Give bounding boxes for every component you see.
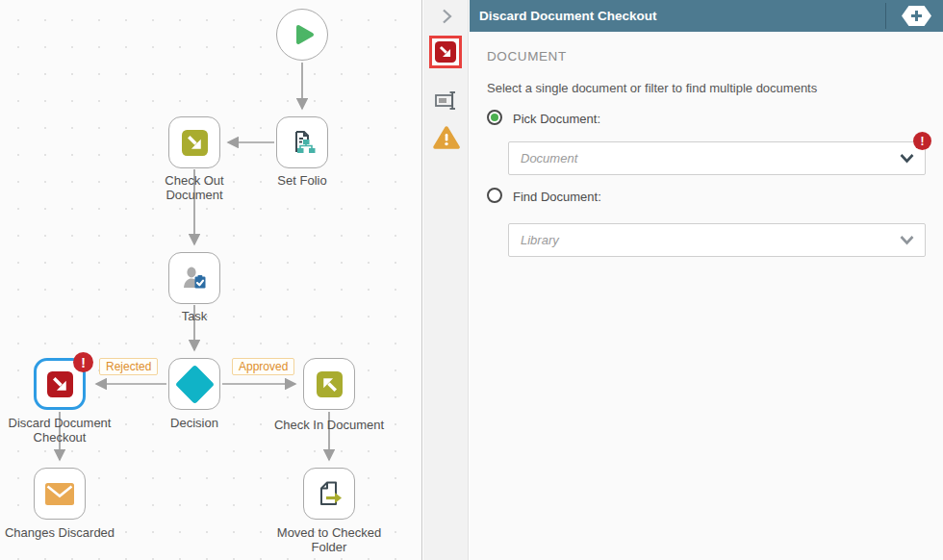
section-title: DOCUMENT — [487, 49, 567, 64]
workflow-canvas[interactable]: ! Check Out Do — [0, 0, 422, 560]
move-document-icon — [315, 479, 344, 508]
set-folio-icon — [287, 127, 318, 158]
node-set-folio[interactable] — [276, 116, 328, 168]
node-label: Check In Document — [262, 418, 396, 432]
chevron-down-icon — [900, 153, 914, 164]
find-document-label: Find Document: — [513, 190, 601, 204]
plus-icon — [911, 11, 922, 21]
mail-icon — [44, 482, 75, 506]
chevron-right-icon — [437, 7, 456, 26]
discard-checkout-icon — [47, 371, 73, 397]
node-changes-discarded[interactable] — [34, 468, 86, 520]
play-icon — [288, 20, 317, 49]
chevron-down-icon — [900, 235, 914, 245]
warning-icon — [433, 125, 460, 150]
node-check-out-document[interactable] — [168, 116, 220, 168]
node-check-in-document[interactable] — [303, 358, 355, 410]
tool-discard-document-checkout[interactable] — [429, 36, 462, 68]
node-label: Check Out Document — [151, 173, 238, 203]
panel-header: Discard Document Checkout — [470, 0, 943, 32]
tool-rename-step[interactable] — [434, 88, 459, 113]
workflow-designer: ! Check Out Do — [0, 0, 943, 560]
panel-title: Discard Document Checkout — [470, 9, 657, 23]
library-dropdown[interactable]: Library — [508, 223, 926, 257]
library-dropdown-placeholder: Library — [521, 233, 559, 247]
pick-document-label: Pick Document: — [513, 112, 600, 126]
add-button[interactable] — [902, 6, 931, 26]
check-out-icon — [182, 130, 208, 156]
error-badge: ! — [73, 352, 93, 372]
document-dropdown[interactable]: Document ! — [508, 141, 926, 175]
node-label: Moved to Checked Folder — [269, 525, 390, 555]
node-label: Decision — [156, 416, 233, 430]
node-label: Task — [156, 309, 233, 323]
panel-toolstrip — [423, 0, 469, 560]
node-label: Discard Document Checkout — [0, 416, 120, 445]
node-decision[interactable] — [168, 358, 220, 410]
error-badge: ! — [913, 132, 931, 150]
decision-diamond-icon — [174, 364, 214, 403]
node-label: Changes Discarded — [0, 525, 122, 540]
header-divider — [885, 3, 886, 29]
document-dropdown-placeholder: Document — [521, 151, 577, 165]
discard-checkout-icon — [435, 41, 456, 63]
tool-warnings[interactable] — [433, 124, 460, 151]
node-discard-document-checkout[interactable]: ! — [34, 358, 86, 410]
edge-label-rejected[interactable]: Rejected — [99, 358, 158, 375]
find-document-radio[interactable] — [487, 188, 502, 203]
task-icon — [180, 264, 209, 293]
node-start[interactable] — [276, 9, 328, 61]
check-in-icon — [317, 371, 343, 397]
rename-icon — [434, 88, 459, 113]
pick-document-radio[interactable] — [487, 110, 502, 125]
collapse-panel-button[interactable] — [437, 7, 456, 26]
node-moved-to-checked-folder[interactable] — [303, 468, 355, 520]
node-task[interactable] — [168, 252, 220, 304]
node-label: Set Folio — [259, 173, 345, 188]
edge-label-approved[interactable]: Approved — [232, 358, 294, 375]
section-description: Select a single document or filter to fi… — [487, 81, 817, 95]
config-panel: Discard Document Checkout DOCUMENT Selec… — [470, 0, 943, 560]
